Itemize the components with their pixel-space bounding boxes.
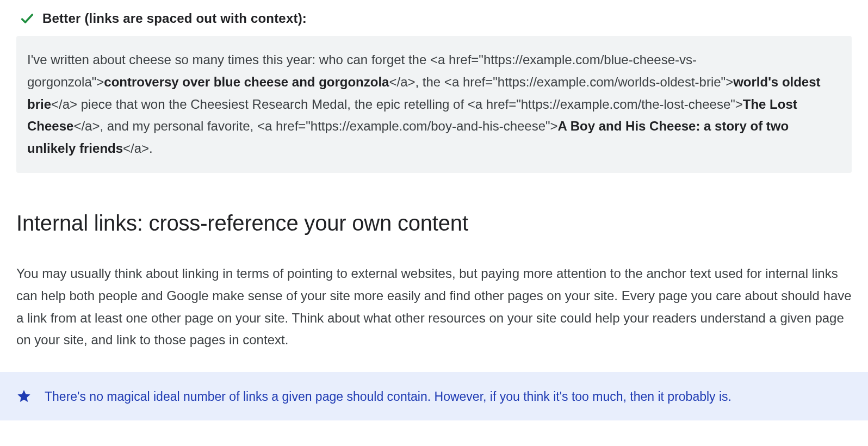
code-bold-link-1: controversy over blue cheese and gorgonz… <box>104 75 389 89</box>
code-text: </a> piece that won the Cheesiest Resear… <box>51 97 743 112</box>
code-text: </a>, the <a href="https://example.com/w… <box>389 75 733 89</box>
code-example-box: I've written about cheese so many times … <box>16 36 852 173</box>
check-icon <box>20 11 35 26</box>
note-box: There's no magical ideal number of links… <box>0 372 868 420</box>
code-text: </a>. <box>123 141 153 156</box>
better-label-text: Better (links are spaced out with contex… <box>42 11 307 26</box>
note-text: There's no magical ideal number of links… <box>45 387 731 406</box>
star-icon <box>16 388 32 404</box>
better-label-row: Better (links are spaced out with contex… <box>20 11 852 26</box>
section-heading: Internal links: cross-reference your own… <box>16 211 852 236</box>
code-text: </a>, and my personal favorite, <a href=… <box>73 119 557 133</box>
section-body-text: You may usually think about linking in t… <box>16 263 852 351</box>
